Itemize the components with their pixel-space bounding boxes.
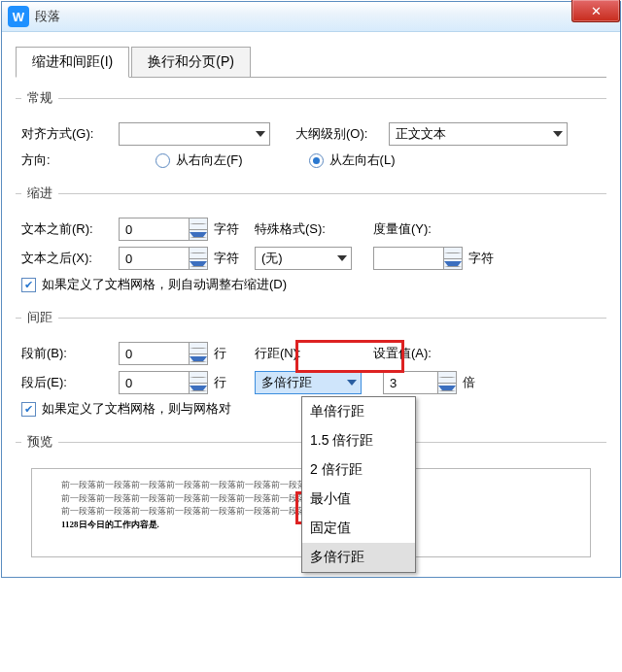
radio-ltr-label: 从左向右(L) [329, 151, 396, 169]
unit-char: 字符 [468, 250, 503, 267]
input-indent-before[interactable] [119, 218, 189, 241]
spin-up-icon[interactable] [190, 343, 207, 354]
select-alignment[interactable] [119, 122, 270, 146]
label-space-after: 段后(E): [21, 374, 113, 391]
close-icon: ✕ [591, 4, 602, 18]
outline-value: 正文文本 [396, 125, 446, 143]
dialog-body: 缩进和间距(I) 换行和分页(P) 常规 对齐方式(G): 大纲级别(O): 正… [2, 32, 620, 577]
unit-char: 字符 [214, 220, 249, 238]
legend-indent: 缩进 [21, 185, 58, 202]
spin-down-icon[interactable] [190, 259, 207, 270]
group-spacing: 间距 段前(B): 行 行距(N): 设置值(A): 段后(E): 行 多倍行距… [16, 309, 606, 425]
chevron-down-icon [256, 131, 265, 137]
special-value: (无) [261, 250, 283, 267]
spin-down-icon[interactable] [438, 384, 456, 394]
input-space-before[interactable] [119, 342, 189, 365]
close-button[interactable]: ✕ [571, 0, 620, 22]
select-outline-level[interactable]: 正文文本 [389, 122, 568, 146]
chevron-down-icon [337, 255, 347, 261]
window-title: 段落 [35, 8, 60, 25]
legend-spacing: 间距 [21, 309, 58, 326]
spin-down-icon[interactable] [444, 259, 462, 270]
tab-bar: 缩进和间距(I) 换行和分页(P) [16, 46, 606, 78]
checkbox-auto-adjust-indent[interactable]: ✔如果定义了文档网格，则自动调整右缩进(D) [21, 276, 287, 293]
app-icon: W [8, 6, 29, 27]
checkbox-snap-to-grid[interactable]: ✔如果定义了文档网格，则与网格对 [21, 400, 231, 418]
radio-ltr[interactable]: 从左向右(L) [309, 151, 396, 169]
highlight-line-spacing-label [295, 340, 404, 373]
unit-line: 行 [214, 345, 249, 362]
checkbox-label: 如果定义了文档网格，则与网格对 [42, 400, 231, 418]
option-double[interactable]: 2 倍行距 [302, 455, 415, 485]
spinner-space-after[interactable] [119, 371, 208, 394]
spin-up-icon[interactable] [444, 248, 462, 259]
chevron-down-icon [347, 380, 357, 386]
group-indent: 缩进 文本之前(R): 字符 特殊格式(S): 度量值(Y): 文本之后(X):… [16, 185, 606, 301]
spinner-measure[interactable] [373, 247, 463, 270]
spinner-set-value[interactable] [383, 371, 457, 394]
label-special-format: 特殊格式(S): [255, 220, 346, 238]
dialog-window: W 段落 ✕ 缩进和间距(I) 换行和分页(P) 常规 对齐方式(G): 大纲级… [1, 1, 621, 578]
option-exactly[interactable]: 固定值 [302, 514, 415, 543]
option-1-5[interactable]: 1.5 倍行距 [302, 426, 415, 455]
unit-char: 字符 [214, 250, 249, 267]
spin-up-icon[interactable] [190, 372, 207, 384]
spin-up-icon[interactable] [438, 372, 456, 384]
spin-down-icon[interactable] [190, 384, 207, 394]
input-indent-after[interactable] [119, 247, 189, 270]
select-line-spacing[interactable]: 多倍行距 [255, 371, 362, 394]
unit-line: 行 [214, 374, 249, 391]
input-measure[interactable] [373, 247, 443, 270]
tab-line-page-break[interactable]: 换行和分页(P) [131, 47, 251, 78]
option-single[interactable]: 单倍行距 [302, 397, 415, 426]
label-measure: 度量值(Y): [373, 220, 432, 238]
legend-preview: 预览 [21, 433, 58, 451]
radio-rtl-label: 从右向左(F) [176, 151, 243, 169]
input-set-value[interactable] [383, 371, 437, 394]
option-multiple[interactable]: 多倍行距 [302, 543, 415, 572]
legend-general: 常规 [21, 89, 58, 107]
label-indent-after: 文本之后(X): [21, 250, 113, 267]
label-outline-level: 大纲级别(O): [295, 125, 383, 143]
spin-up-icon[interactable] [190, 248, 207, 259]
option-at-least[interactable]: 最小值 [302, 485, 415, 514]
label-alignment: 对齐方式(G): [21, 125, 113, 143]
chevron-down-icon [553, 131, 563, 137]
spin-down-icon[interactable] [190, 230, 207, 241]
checkbox-label: 如果定义了文档网格，则自动调整右缩进(D) [42, 276, 287, 293]
line-spacing-value: 多倍行距 [261, 374, 312, 391]
label-indent-before: 文本之前(R): [21, 220, 113, 238]
unit-multiplier: 倍 [463, 374, 498, 391]
spinner-indent-after[interactable] [119, 247, 208, 270]
input-space-after[interactable] [119, 371, 189, 394]
dropdown-line-spacing: 单倍行距 1.5 倍行距 2 倍行距 最小值 固定值 多倍行距 [301, 396, 416, 573]
spin-down-icon[interactable] [190, 354, 207, 365]
tab-indent-spacing[interactable]: 缩进和间距(I) [16, 47, 129, 78]
spinner-indent-before[interactable] [119, 218, 208, 241]
group-general: 常规 对齐方式(G): 大纲级别(O): 正文文本 方向: 从右向左(F) 从左… [16, 89, 606, 177]
label-space-before: 段前(B): [21, 345, 113, 362]
label-direction: 方向: [21, 151, 113, 169]
select-special-format[interactable]: (无) [255, 247, 352, 270]
spin-up-icon[interactable] [190, 218, 207, 230]
titlebar: W 段落 ✕ [2, 2, 620, 32]
spinner-space-before[interactable] [119, 342, 208, 365]
radio-rtl[interactable]: 从右向左(F) [156, 151, 243, 169]
